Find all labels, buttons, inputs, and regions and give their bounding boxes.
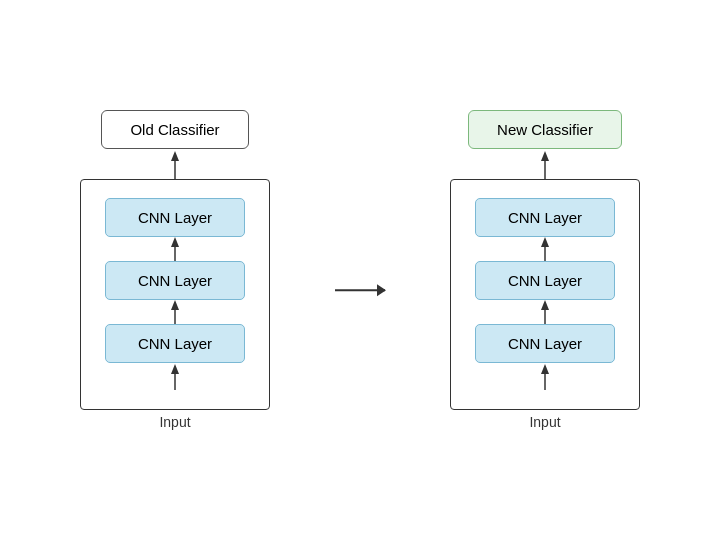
old-classifier-box: Old Classifier (101, 110, 248, 149)
svg-marker-7 (171, 364, 179, 374)
svg-marker-13 (541, 300, 549, 310)
new-input-label: Input (529, 414, 560, 430)
top-arrow-new (538, 149, 552, 179)
diagram: Old Classifier CNN Layer CNN Layer (80, 110, 640, 430)
new-cnn-layer-1: CNN Layer (475, 198, 615, 237)
inner-arrow-old-2 (168, 300, 182, 324)
old-input-label: Input (159, 414, 190, 430)
inner-arrow-old-1 (168, 237, 182, 261)
new-cnn-layer-3: CNN Layer (475, 324, 615, 363)
new-classifier-box: New Classifier (468, 110, 622, 149)
h-arrow-line (335, 289, 385, 291)
svg-marker-5 (171, 300, 179, 310)
svg-marker-1 (171, 151, 179, 161)
svg-marker-3 (171, 237, 179, 247)
svg-marker-11 (541, 237, 549, 247)
horizontal-arrow (335, 289, 385, 291)
new-outer-box: CNN Layer CNN Layer CNN Layer (450, 179, 640, 410)
inner-arrow-new-2 (538, 300, 552, 324)
old-network: Old Classifier CNN Layer CNN Layer (80, 110, 270, 430)
old-cnn-layer-2: CNN Layer (105, 261, 245, 300)
svg-marker-15 (541, 364, 549, 374)
old-cnn-layer-3: CNN Layer (105, 324, 245, 363)
svg-marker-9 (541, 151, 549, 161)
old-cnn-layer-1: CNN Layer (105, 198, 245, 237)
new-classifier-label: New Classifier (497, 121, 593, 138)
old-outer-box: CNN Layer CNN Layer CNN Layer (80, 179, 270, 410)
input-arrow-old (168, 363, 182, 391)
top-arrow-old (168, 149, 182, 179)
inner-arrow-new-1 (538, 237, 552, 261)
new-cnn-layer-2: CNN Layer (475, 261, 615, 300)
input-arrow-new (538, 363, 552, 391)
old-classifier-label: Old Classifier (130, 121, 219, 138)
new-network: New Classifier CNN Layer CNN Layer (450, 110, 640, 430)
